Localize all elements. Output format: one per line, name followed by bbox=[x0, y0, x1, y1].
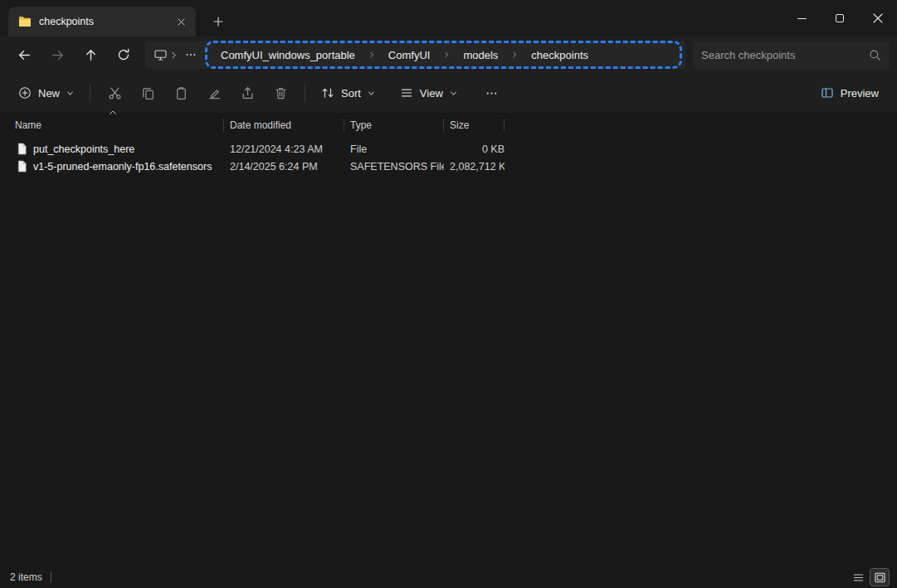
items-count: 2 items bbox=[10, 571, 42, 583]
view-button[interactable]: View bbox=[392, 79, 466, 107]
status-bar: 2 items bbox=[0, 566, 897, 588]
column-headers: Name Date modified Type Size bbox=[0, 114, 897, 136]
plus-circle-icon bbox=[18, 86, 32, 100]
file-explorer-window: checkpoints bbox=[0, 0, 897, 588]
up-button[interactable] bbox=[74, 40, 107, 70]
preview-pane-icon bbox=[821, 86, 834, 100]
file-row[interactable]: v1-5-pruned-emaonly-fp16.safetensors 2/1… bbox=[0, 158, 897, 175]
view-toggles bbox=[849, 569, 889, 586]
file-date-modified: 12/21/2024 4:23 AM bbox=[224, 143, 344, 155]
rename-button[interactable] bbox=[197, 79, 231, 107]
statusbar-divider bbox=[51, 572, 51, 583]
share-button[interactable] bbox=[231, 79, 264, 107]
file-type: File bbox=[344, 143, 444, 155]
tab-close-icon[interactable] bbox=[173, 13, 189, 30]
navigation-bar: ComfyUI_windows_portable ComfyUI models … bbox=[0, 36, 897, 73]
view-icon bbox=[400, 86, 413, 100]
breadcrumb-segment[interactable]: models bbox=[463, 49, 498, 61]
breadcrumb-segment[interactable]: ComfyUI_windows_portable bbox=[221, 49, 355, 61]
refresh-button[interactable] bbox=[107, 40, 140, 70]
address-overflow-button[interactable] bbox=[180, 44, 202, 66]
tab-checkpoints[interactable]: checkpoints bbox=[8, 7, 196, 36]
file-icon bbox=[17, 143, 27, 155]
command-toolbar: New Sort bbox=[0, 73, 897, 114]
chevron-down-icon bbox=[450, 90, 457, 97]
file-icon bbox=[17, 160, 27, 173]
delete-button[interactable] bbox=[264, 79, 297, 107]
new-tab-button[interactable] bbox=[207, 11, 229, 32]
preview-button-label: Preview bbox=[841, 87, 879, 100]
column-header-date-modified[interactable]: Date modified bbox=[224, 117, 344, 134]
chevron-right-icon bbox=[443, 51, 450, 58]
copy-button[interactable] bbox=[131, 79, 164, 107]
file-name: put_checkpoints_here bbox=[33, 143, 134, 155]
titlebar: checkpoints bbox=[0, 0, 897, 36]
address-bar[interactable]: ComfyUI_windows_portable ComfyUI models … bbox=[145, 41, 685, 69]
new-button[interactable]: New bbox=[10, 79, 82, 107]
toolbar-separator bbox=[90, 84, 90, 102]
window-controls bbox=[782, 0, 897, 36]
chevron-down-icon bbox=[66, 90, 74, 97]
sort-button-label: Sort bbox=[341, 87, 361, 100]
file-size: 0 KB bbox=[444, 143, 505, 155]
new-button-label: New bbox=[38, 87, 60, 100]
details-view-toggle-icon[interactable] bbox=[849, 569, 867, 586]
view-button-label: View bbox=[420, 87, 443, 100]
close-button[interactable] bbox=[859, 0, 897, 36]
chevron-right-icon bbox=[511, 51, 518, 58]
sort-icon bbox=[321, 86, 334, 100]
breadcrumb-segment[interactable]: checkpoints bbox=[531, 49, 588, 61]
search-icon[interactable] bbox=[869, 49, 881, 61]
file-rows: put_checkpoints_here 12/21/2024 4:23 AM … bbox=[0, 140, 897, 175]
tab-title: checkpoints bbox=[39, 16, 94, 27]
column-header-size[interactable]: Size bbox=[444, 117, 505, 134]
paste-button[interactable] bbox=[164, 79, 197, 107]
thumbnail-view-toggle-icon[interactable] bbox=[870, 569, 889, 586]
file-name: v1-5-pruned-emaonly-fp16.safetensors bbox=[33, 161, 212, 173]
more-options-button[interactable] bbox=[475, 79, 509, 107]
search-input[interactable] bbox=[701, 49, 869, 61]
breadcrumb: ComfyUI_windows_portable ComfyUI models … bbox=[205, 41, 682, 69]
folder-icon bbox=[18, 16, 32, 27]
forward-button[interactable] bbox=[41, 40, 74, 70]
back-button[interactable] bbox=[7, 40, 41, 70]
file-date-modified: 2/14/2025 6:24 PM bbox=[224, 161, 344, 173]
this-pc-icon bbox=[154, 48, 168, 61]
sort-button[interactable]: Sort bbox=[313, 79, 383, 107]
breadcrumb-segment[interactable]: ComfyUI bbox=[388, 49, 431, 61]
column-header-name[interactable]: Name bbox=[15, 117, 224, 134]
toolbar-separator bbox=[305, 84, 305, 102]
file-type: SAFETENSORS File bbox=[344, 161, 444, 173]
chevron-right-icon bbox=[170, 51, 178, 59]
file-row[interactable]: put_checkpoints_here 12/21/2024 4:23 AM … bbox=[0, 140, 897, 158]
minimize-button[interactable] bbox=[782, 0, 821, 36]
sort-ascending-indicator-icon bbox=[109, 109, 117, 115]
chevron-down-icon bbox=[368, 90, 375, 97]
search-box bbox=[693, 41, 890, 69]
file-size: 2,082,712 KB bbox=[444, 161, 505, 173]
preview-button[interactable]: Preview bbox=[812, 79, 887, 107]
chevron-right-icon bbox=[368, 51, 375, 58]
column-header-type[interactable]: Type bbox=[344, 117, 444, 134]
maximize-button[interactable] bbox=[821, 0, 859, 36]
cut-button[interactable] bbox=[98, 79, 131, 107]
file-list-pane: Name Date modified Type Size put_checkpo… bbox=[0, 114, 897, 566]
